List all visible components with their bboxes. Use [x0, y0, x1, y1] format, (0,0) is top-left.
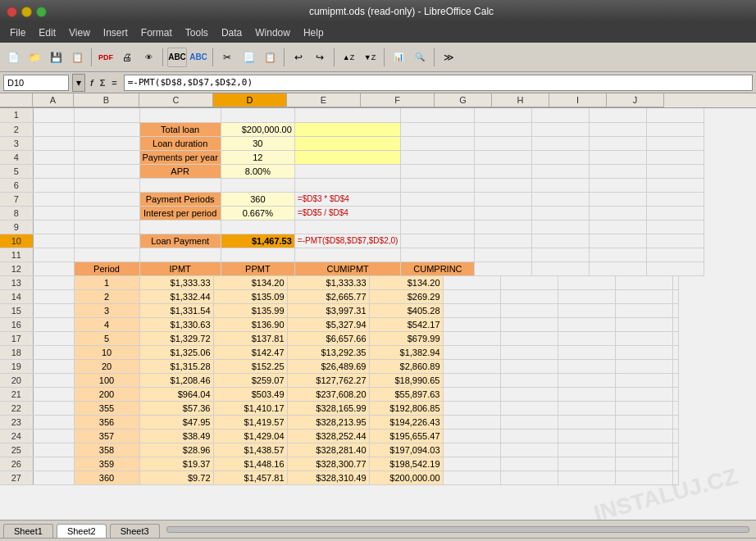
- cell-h1[interactable]: [532, 108, 590, 122]
- cell-e1[interactable]: [294, 108, 401, 122]
- sheet-tab-1[interactable]: Sheet1: [3, 524, 53, 538]
- data-cell[interactable]: 358: [74, 443, 139, 457]
- data-cell[interactable]: 357: [74, 430, 139, 443]
- menu-file[interactable]: File: [3, 25, 32, 40]
- cell-empty[interactable]: [500, 374, 558, 388]
- menu-format[interactable]: Format: [134, 25, 179, 40]
- more-button[interactable]: ≫: [439, 48, 458, 67]
- col-header-h[interactable]: H: [492, 93, 549, 107]
- col-header-d[interactable]: D: [213, 93, 287, 107]
- cell-empty[interactable]: [500, 318, 558, 332]
- cell-empty[interactable]: [33, 471, 74, 485]
- data-cell[interactable]: $269.29: [369, 290, 443, 304]
- cell-a10[interactable]: [33, 234, 74, 248]
- cell-g2[interactable]: [475, 122, 532, 136]
- data-cell[interactable]: $135.09: [213, 290, 287, 304]
- cell-e9[interactable]: [294, 220, 401, 234]
- data-cell[interactable]: $1,333.33: [287, 276, 369, 290]
- redo-button[interactable]: ↪: [310, 48, 330, 67]
- cell-empty[interactable]: [443, 443, 500, 457]
- cell-empty[interactable]: [615, 443, 672, 457]
- cell-j12[interactable]: [647, 261, 704, 275]
- chart-button[interactable]: 📊: [389, 48, 408, 67]
- cell-empty[interactable]: [443, 318, 500, 332]
- copy-button[interactable]: 📃: [239, 48, 258, 67]
- cell-f4[interactable]: [401, 150, 475, 164]
- data-cell[interactable]: $1,329.72: [139, 332, 213, 346]
- cell-empty[interactable]: [443, 332, 500, 346]
- cell-c1[interactable]: [139, 108, 221, 122]
- cell-empty[interactable]: [672, 443, 678, 457]
- data-cell[interactable]: $136.90: [213, 318, 287, 332]
- col-header-c[interactable]: C: [139, 93, 213, 107]
- sort-asc-button[interactable]: ▲Z: [339, 48, 358, 67]
- cell-b5[interactable]: [74, 164, 139, 178]
- data-cell[interactable]: $1,429.04: [213, 430, 287, 443]
- cell-empty[interactable]: [615, 430, 672, 443]
- cell-empty[interactable]: [443, 304, 500, 318]
- data-cell[interactable]: $259.07: [213, 374, 287, 388]
- cell-empty[interactable]: [443, 374, 500, 388]
- data-cell[interactable]: 100: [74, 374, 139, 388]
- data-cell[interactable]: $1,333.33: [139, 276, 213, 290]
- cell-i3[interactable]: [590, 136, 647, 150]
- cell-b2[interactable]: [74, 122, 139, 136]
- cell-i9[interactable]: [590, 220, 647, 234]
- cell-empty[interactable]: [672, 402, 678, 416]
- cell-empty[interactable]: [443, 276, 500, 290]
- minimize-button[interactable]: [21, 7, 32, 17]
- cell-i10[interactable]: [590, 234, 647, 248]
- cell-b3[interactable]: [74, 136, 139, 150]
- cell-empty[interactable]: [33, 388, 74, 402]
- save-button[interactable]: 💾: [46, 48, 66, 67]
- cell-b9[interactable]: [74, 220, 139, 234]
- data-cell[interactable]: $2,665.77: [287, 290, 369, 304]
- cell-empty[interactable]: [500, 430, 558, 443]
- sheet-tab-2[interactable]: Sheet2: [57, 524, 107, 538]
- cell-f5[interactable]: [401, 164, 475, 178]
- window-controls[interactable]: [7, 7, 47, 17]
- cell-g4[interactable]: [475, 150, 532, 164]
- cell-empty[interactable]: [672, 318, 678, 332]
- data-cell[interactable]: $1,457.81: [213, 471, 287, 485]
- cell-empty[interactable]: [615, 402, 672, 416]
- cell-h10[interactable]: [532, 234, 590, 248]
- sum-icon[interactable]: Σ: [100, 78, 106, 88]
- cell-empty[interactable]: [558, 388, 615, 402]
- cell-j2[interactable]: [647, 122, 704, 136]
- cell-empty[interactable]: [558, 318, 615, 332]
- data-cell[interactable]: 1: [74, 276, 139, 290]
- cell-empty[interactable]: [500, 457, 558, 471]
- cell-empty[interactable]: [672, 374, 678, 388]
- cell-e12[interactable]: CUMIPMT: [294, 261, 401, 275]
- data-cell[interactable]: $197,094.03: [369, 443, 443, 457]
- menu-window[interactable]: Window: [248, 25, 297, 40]
- cell-h5[interactable]: [532, 164, 590, 178]
- formula-equals-icon[interactable]: =: [112, 78, 116, 88]
- cell-i8[interactable]: [590, 206, 647, 220]
- sheet[interactable]: 1 2 Total loan $200,000.00: [0, 108, 756, 520]
- col-header-e[interactable]: E: [287, 93, 361, 107]
- cell-b10[interactable]: [74, 234, 139, 248]
- cell-g10[interactable]: [475, 234, 532, 248]
- data-cell[interactable]: $237,608.20: [287, 388, 369, 402]
- data-cell[interactable]: $679.99: [369, 332, 443, 346]
- cell-j7[interactable]: [647, 192, 704, 206]
- data-cell[interactable]: $1,382.94: [369, 346, 443, 360]
- cell-a1[interactable]: [33, 108, 74, 122]
- data-cell[interactable]: $135.99: [213, 304, 287, 318]
- cell-empty[interactable]: [443, 360, 500, 374]
- data-cell[interactable]: $328,300.77: [287, 457, 369, 471]
- cell-empty[interactable]: [672, 471, 678, 485]
- cell-i12[interactable]: [590, 261, 647, 275]
- cell-empty[interactable]: [615, 332, 672, 346]
- data-cell[interactable]: $18,990.65: [369, 374, 443, 388]
- cell-empty[interactable]: [500, 402, 558, 416]
- cell-i6[interactable]: [590, 178, 647, 192]
- cell-d8[interactable]: 0.667%: [221, 206, 294, 220]
- autocorrect-button[interactable]: ABC: [189, 48, 208, 67]
- cell-empty[interactable]: [558, 402, 615, 416]
- cell-j4[interactable]: [647, 150, 704, 164]
- data-cell[interactable]: 5: [74, 332, 139, 346]
- cell-empty[interactable]: [443, 471, 500, 485]
